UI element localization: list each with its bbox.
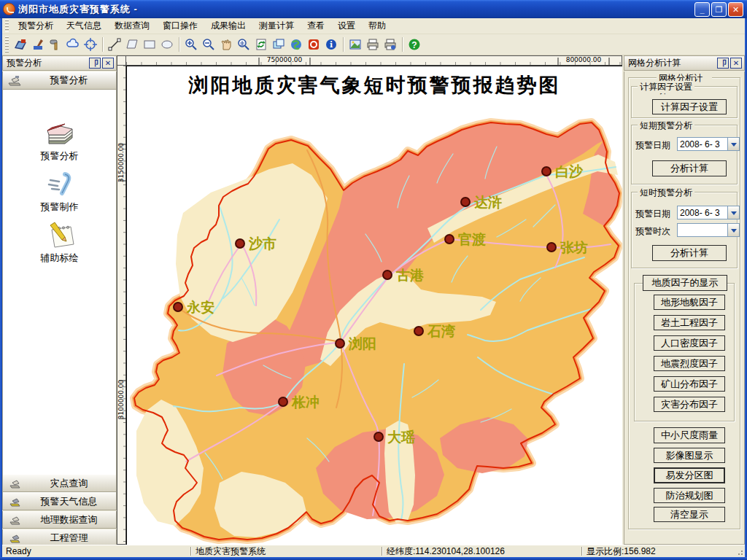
prevention-plan-button[interactable]: 防治规划图 bbox=[654, 488, 725, 503]
menu-measure[interactable]: 测量计算 bbox=[252, 18, 301, 34]
tool-aux-plotting[interactable]: 辅助标绘 bbox=[3, 221, 116, 265]
ruler-left: 3150000.00 3100000.00 bbox=[117, 66, 126, 545]
locate-crosshair-icon[interactable] bbox=[82, 36, 99, 53]
imagery-button[interactable]: 影像图显示 bbox=[654, 448, 725, 463]
draw-ellipse-icon[interactable] bbox=[158, 36, 176, 53]
susceptibility-map-button[interactable]: 易发分区图 bbox=[654, 467, 725, 483]
restore-button[interactable]: ❐ bbox=[711, 2, 727, 17]
status-bar: Ready 地质灾害预警系统 经纬度:114.230104,28.100126 … bbox=[2, 545, 745, 557]
left-panel-header[interactable]: 预警分析 bbox=[2, 71, 117, 90]
short-term-date-combo[interactable]: 2008- 6- 3 bbox=[677, 137, 740, 151]
pan-hand-icon[interactable] bbox=[217, 36, 235, 53]
sidebar-item-warning-weather[interactable]: 预警天气信息 bbox=[2, 493, 117, 510]
globe-icon[interactable] bbox=[287, 36, 305, 53]
image-view-icon[interactable] bbox=[347, 36, 364, 53]
info-icon[interactable]: i bbox=[322, 36, 340, 53]
clear-display-button[interactable]: 清空显示 bbox=[654, 507, 725, 522]
nowcast-time-label: 预警时次 bbox=[635, 225, 670, 238]
sidebar-item-geo-data-query[interactable]: 地理数据查询 bbox=[2, 511, 117, 529]
stamp-icon bbox=[9, 532, 22, 544]
menu-warning-analysis[interactable]: 预警分析 bbox=[12, 18, 60, 34]
disaster-factor-button[interactable]: 灾害分布因子 bbox=[654, 397, 725, 412]
calc-factor-setup-button[interactable]: 计算因子设置 bbox=[652, 99, 727, 114]
map-title: 浏阳地质灾害气象短时预警预报趋势图 bbox=[127, 72, 622, 98]
liuyang-map[interactable]: 白沙 达浒 官渡 张坊 沙市 古港 永安 石湾 浏阳 枨冲 大瑶 bbox=[127, 66, 622, 545]
ruler-left-label-3100000: 3100000.00 bbox=[117, 380, 125, 420]
title-bar[interactable]: 浏阳市地质灾害预警系统 - _ ❐ ✕ bbox=[0, 0, 747, 18]
mine-factor-button[interactable]: 矿山分布因子 bbox=[654, 376, 725, 392]
nowcast-time-value bbox=[678, 224, 727, 236]
ruler-left-label-3150000: 3150000.00 bbox=[117, 143, 125, 183]
pin-icon[interactable]: 卩 bbox=[89, 58, 101, 69]
warning-map-icon[interactable] bbox=[12, 36, 29, 53]
tool-warning-production[interactable]: 预警制作 bbox=[3, 170, 116, 214]
svg-text:官渡: 官渡 bbox=[458, 231, 486, 247]
toolbar-grip[interactable] bbox=[5, 36, 9, 52]
zoom-extent-icon[interactable] bbox=[235, 36, 252, 53]
plot-brush-icon[interactable] bbox=[29, 36, 47, 53]
left-panel-title: 预警分析 bbox=[7, 57, 42, 69]
zoom-out-icon[interactable] bbox=[200, 36, 217, 53]
terrain-factor-button[interactable]: 地形地貌因子 bbox=[654, 295, 725, 310]
warning-production-tool-icon bbox=[43, 170, 77, 199]
help-icon[interactable]: ? bbox=[406, 36, 423, 53]
tool-warning-analysis[interactable]: 预警分析 bbox=[3, 122, 116, 163]
menu-data-query[interactable]: 数据查询 bbox=[108, 18, 156, 34]
geo-factor-toggle-button[interactable]: 地质因子的显示 bbox=[643, 275, 727, 291]
svg-text:永安: 永安 bbox=[186, 299, 214, 315]
menu-grip[interactable] bbox=[5, 20, 9, 32]
refresh-view-icon[interactable] bbox=[252, 36, 270, 53]
svg-text:石湾: 石湾 bbox=[427, 323, 456, 339]
menu-window-ops[interactable]: 窗口操作 bbox=[156, 18, 204, 34]
hammer-tool-icon[interactable] bbox=[47, 36, 64, 53]
draw-polygon-icon[interactable] bbox=[123, 36, 141, 53]
left-panel-titlebar[interactable]: 预警分析 卩 ✕ bbox=[2, 55, 117, 71]
cloud-icon[interactable] bbox=[64, 36, 82, 53]
status-coordinates: 经纬度:114.230104,28.100126 bbox=[383, 545, 581, 557]
stamp-icon bbox=[7, 74, 22, 87]
nowcast-date-combo[interactable]: 2008- 6- 3 bbox=[677, 206, 740, 219]
svg-text:大瑶: 大瑶 bbox=[387, 429, 415, 445]
menu-help[interactable]: 帮助 bbox=[362, 18, 392, 34]
population-factor-button[interactable]: 人口密度因子 bbox=[654, 335, 725, 351]
sidebar-item-disaster-query[interactable]: 灾点查询 bbox=[2, 475, 117, 492]
draw-line-icon[interactable] bbox=[106, 36, 123, 53]
chevron-down-icon[interactable] bbox=[727, 206, 739, 219]
menu-weather-info[interactable]: 天气信息 bbox=[60, 18, 108, 34]
menu-settings[interactable]: 设置 bbox=[331, 18, 362, 34]
nowcast-time-combo[interactable] bbox=[677, 223, 740, 237]
right-panel: 网格分析计算 卩 ✕ 网格分析计算 计算因子设置 计算因子设置 短期预警分析 预… bbox=[624, 55, 745, 545]
sidebar-item-label: 地理数据查询 bbox=[22, 513, 116, 526]
print-setup-icon[interactable] bbox=[382, 36, 399, 53]
resize-grip[interactable] bbox=[735, 547, 743, 556]
pin-icon[interactable]: 卩 bbox=[717, 58, 729, 69]
close-icon[interactable]: ✕ bbox=[730, 58, 742, 69]
window-border-left bbox=[0, 18, 2, 560]
menu-bar: 预警分析 天气信息 数据查询 窗口操作 成果输出 测量计算 查看 设置 帮助 bbox=[2, 18, 745, 34]
close-icon[interactable]: ✕ bbox=[102, 58, 114, 69]
layers-icon[interactable] bbox=[270, 36, 287, 53]
draw-rectangle-icon[interactable] bbox=[141, 36, 158, 53]
minimize-button[interactable]: _ bbox=[694, 2, 710, 17]
seismic-factor-button[interactable]: 地震烈度因子 bbox=[654, 356, 725, 371]
nowcast-date-label: 预警日期 bbox=[635, 208, 670, 220]
rainfall-button[interactable]: 中小尺度雨量 bbox=[654, 427, 725, 443]
status-display-scale: 显示比例:156.982 bbox=[583, 545, 725, 557]
ruler-corner bbox=[117, 55, 126, 66]
short-term-date-label: 预警日期 bbox=[635, 139, 670, 152]
map-canvas[interactable]: 浏阳地质灾害气象短时预警预报趋势图 bbox=[126, 66, 622, 545]
print-icon[interactable] bbox=[364, 36, 382, 53]
sidebar-item-label: 工程管理 bbox=[22, 532, 116, 545]
right-panel-titlebar[interactable]: 网格分析计算 卩 ✕ bbox=[624, 55, 745, 71]
close-button[interactable]: ✕ bbox=[728, 2, 743, 17]
geotech-factor-button[interactable]: 岩土工程因子 bbox=[654, 315, 725, 330]
nowcast-date-value: 2008- 6- 3 bbox=[678, 206, 727, 219]
short-term-analyze-button[interactable]: 分析计算 bbox=[652, 160, 727, 176]
zoom-in-icon[interactable] bbox=[182, 36, 200, 53]
chevron-down-icon[interactable] bbox=[727, 138, 739, 150]
stop-icon[interactable] bbox=[305, 36, 322, 53]
menu-view[interactable]: 查看 bbox=[301, 18, 331, 34]
chevron-down-icon[interactable] bbox=[727, 224, 739, 236]
menu-output[interactable]: 成果输出 bbox=[204, 18, 252, 34]
nowcast-analyze-button[interactable]: 分析计算 bbox=[652, 245, 727, 261]
